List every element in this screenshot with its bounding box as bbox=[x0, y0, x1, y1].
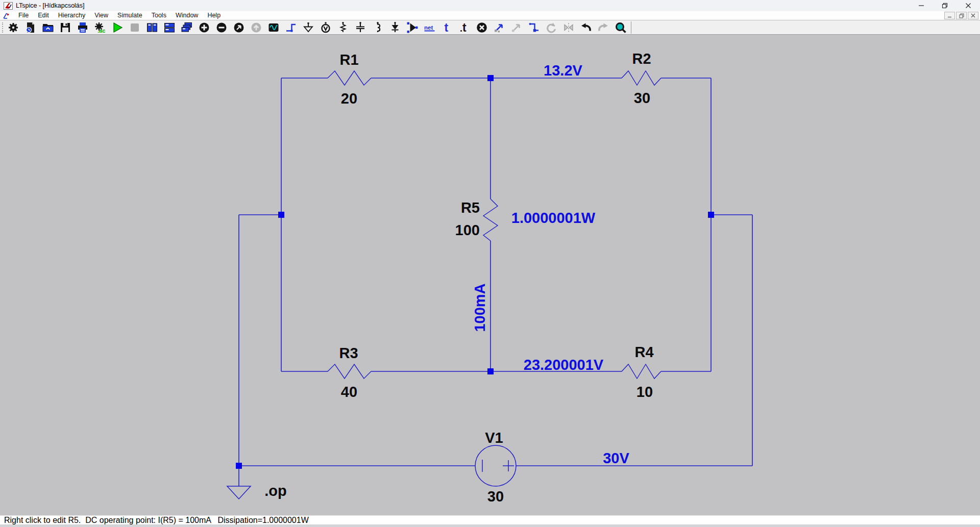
zoom-full-extents-icon[interactable] bbox=[233, 21, 245, 34]
ltspice-window: LTspice - [Hídkapcsolás] File Ed bbox=[0, 0, 980, 527]
child-close-button[interactable] bbox=[968, 12, 978, 19]
close-button[interactable] bbox=[957, 0, 980, 11]
component-value-r1[interactable]: 20 bbox=[341, 90, 357, 107]
wires[interactable] bbox=[239, 78, 752, 486]
component-ref-r3[interactable]: R3 bbox=[339, 345, 358, 362]
label-net-icon[interactable] bbox=[320, 21, 332, 34]
component-value-v1[interactable]: 30 bbox=[487, 488, 504, 505]
restore-button[interactable] bbox=[933, 0, 957, 11]
annotation-top-node-voltage[interactable]: 13.2V bbox=[544, 62, 582, 79]
print-icon[interactable] bbox=[77, 21, 89, 34]
component-value-r4[interactable]: 10 bbox=[636, 384, 653, 400]
rotate-icon[interactable] bbox=[545, 21, 557, 34]
component-value-r2[interactable]: 30 bbox=[634, 90, 650, 107]
resistor-icon[interactable] bbox=[337, 21, 349, 34]
voltage-source-v1-symbol[interactable] bbox=[475, 445, 516, 486]
resistor-r4-symbol[interactable] bbox=[622, 364, 661, 379]
annotation-r5-power[interactable]: 1.0000001W bbox=[511, 210, 595, 227]
halt-icon[interactable] bbox=[129, 21, 141, 34]
cascade-windows-icon[interactable] bbox=[181, 21, 193, 34]
component-value-r3[interactable]: 40 bbox=[341, 384, 357, 400]
undo-icon[interactable] bbox=[580, 21, 592, 34]
window-bottom-edge bbox=[0, 524, 980, 527]
annotation-bottom-node-voltage[interactable]: 23.200001V bbox=[524, 357, 603, 373]
menu-window[interactable]: Window bbox=[171, 11, 203, 20]
menu-help[interactable]: Help bbox=[203, 11, 225, 20]
previous-view-icon[interactable] bbox=[250, 21, 262, 34]
settings-gear-icon[interactable] bbox=[7, 21, 19, 34]
toolbar-grip[interactable] bbox=[2, 22, 4, 33]
toolbar: .acnettt bbox=[0, 20, 980, 35]
menu-simulate[interactable]: Simulate bbox=[113, 11, 147, 20]
delete-icon[interactable] bbox=[476, 21, 488, 34]
svg-text:t: t bbox=[462, 21, 467, 34]
window-title: LTspice - [Hídkapcsolás] bbox=[16, 2, 85, 9]
menu-hierarchy[interactable]: Hierarchy bbox=[54, 11, 90, 20]
toolbar-icons: .acnettt bbox=[7, 21, 627, 34]
tile-horizontal-icon[interactable] bbox=[163, 21, 176, 34]
svg-text:.ac: .ac bbox=[97, 28, 105, 34]
svg-text:net: net bbox=[424, 24, 433, 31]
resistor-r3-symbol[interactable] bbox=[328, 364, 371, 379]
text-icon[interactable]: t bbox=[441, 21, 453, 34]
find-icon[interactable] bbox=[510, 21, 523, 34]
annotation-r5-current[interactable]: 100mA bbox=[472, 283, 488, 332]
component-ref-r1[interactable]: R1 bbox=[339, 52, 358, 68]
menubar: File Edit Hierarchy View Simulate Tools … bbox=[0, 11, 980, 20]
view-waveform-icon[interactable] bbox=[267, 21, 280, 34]
status-text: Right click to edit R5. DC operating poi… bbox=[0, 516, 309, 525]
zoom-out-icon[interactable] bbox=[215, 21, 228, 34]
component-ref-v1[interactable]: V1 bbox=[485, 430, 503, 446]
resistor-r1-symbol[interactable] bbox=[328, 71, 371, 85]
zoom-in-icon[interactable] bbox=[198, 21, 210, 34]
new-schematic-icon[interactable] bbox=[24, 21, 37, 34]
schematic-canvas[interactable]: R1 20 R2 30 R5 100 R3 40 R4 10 V1 30 13.… bbox=[0, 35, 980, 515]
menu-tools[interactable]: Tools bbox=[147, 11, 171, 20]
redo-icon[interactable] bbox=[597, 21, 609, 34]
ground-symbol[interactable] bbox=[227, 486, 251, 499]
inductor-icon[interactable] bbox=[372, 21, 384, 34]
open-folder-icon[interactable] bbox=[42, 21, 54, 34]
capacitor-icon[interactable] bbox=[354, 21, 366, 34]
save-icon[interactable] bbox=[59, 21, 71, 34]
search-icon[interactable] bbox=[615, 21, 627, 34]
statusbar: Right click to edit R5. DC operating poi… bbox=[0, 515, 980, 524]
child-restore-button[interactable] bbox=[956, 12, 967, 19]
ground-icon[interactable] bbox=[302, 21, 314, 34]
mdi-child-controls bbox=[944, 12, 978, 19]
netlist-icon[interactable]: net bbox=[424, 21, 436, 34]
minimize-button[interactable] bbox=[910, 0, 933, 11]
menu-edit[interactable]: Edit bbox=[33, 11, 54, 20]
schematic-window-icon[interactable] bbox=[3, 12, 11, 20]
toolbar-separator bbox=[631, 21, 631, 34]
copy-icon[interactable] bbox=[493, 21, 505, 34]
resistor-r5-symbol[interactable] bbox=[483, 199, 498, 241]
window-controls bbox=[910, 0, 980, 11]
child-minimize-button[interactable] bbox=[944, 12, 955, 19]
mirror-icon[interactable] bbox=[562, 21, 575, 34]
run-icon[interactable] bbox=[111, 21, 124, 34]
diode-icon[interactable] bbox=[389, 21, 401, 34]
wire-icon[interactable] bbox=[285, 21, 297, 34]
tile-vertical-icon[interactable] bbox=[146, 21, 158, 34]
annotation-source-voltage[interactable]: 30V bbox=[603, 450, 629, 467]
component-ref-r5[interactable]: R5 bbox=[461, 199, 480, 216]
component-value-r5[interactable]: 100 bbox=[455, 222, 480, 239]
simulate-settings-icon[interactable]: .ac bbox=[94, 21, 106, 34]
ltspice-logo-icon bbox=[4, 2, 13, 10]
menu-view[interactable]: View bbox=[90, 11, 113, 20]
component-ref-r2[interactable]: R2 bbox=[632, 51, 651, 67]
menu-file[interactable]: File bbox=[14, 11, 33, 20]
drag-icon[interactable] bbox=[528, 21, 540, 34]
resistor-r2-symbol[interactable] bbox=[622, 71, 661, 85]
svg-text:t: t bbox=[445, 21, 449, 34]
component-ref-r4[interactable]: R4 bbox=[634, 344, 653, 361]
spice-directive-text[interactable]: .op bbox=[264, 483, 287, 499]
spice-directive-icon[interactable]: t bbox=[458, 21, 471, 34]
titlebar: LTspice - [Hídkapcsolás] bbox=[0, 0, 980, 11]
junction-dots bbox=[236, 75, 714, 469]
component-icon[interactable] bbox=[406, 21, 419, 34]
